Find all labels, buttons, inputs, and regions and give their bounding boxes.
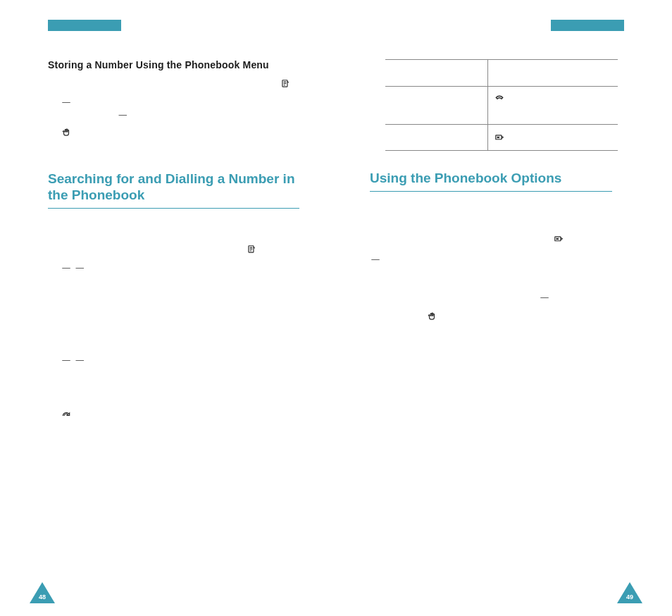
list-item: — — Enter the start of the name that you… (48, 261, 299, 287)
dash-icon: — (61, 354, 72, 366)
heading-store-menu: Storing a Number Using the Phonebook Men… (48, 59, 299, 70)
paragraph: [edit-icon] … (370, 233, 624, 246)
table-row: Edit the number Options soft key; refer … (385, 86, 618, 124)
left-content: Storing a Number Using the Phonebook Men… (48, 59, 299, 435)
hand-icon (426, 310, 437, 323)
paragraph: — To... — Press the... — ▲ or ▼ key one … (370, 253, 624, 303)
dial-icon (61, 409, 72, 422)
page-number: 48 (30, 593, 55, 600)
dash-icon: — (74, 261, 85, 274)
list-item: — — To... Press the... View the highligh… (48, 354, 299, 404)
page-number: 49 (617, 593, 642, 600)
table-cell: Edit the number (385, 86, 487, 124)
list-item: The phonebook entries are listed, starti… (48, 323, 299, 348)
table-cell: Options soft key; refer to the opposite … (487, 86, 618, 124)
list-item: [dial] Once you have found the required … (48, 409, 299, 435)
action-table: Dial the number key Edit the number Opti… (385, 59, 618, 151)
dash-icon: — (61, 261, 72, 274)
heading-options: Using the Phonebook Options (370, 171, 624, 187)
page-header-bar-left (48, 20, 121, 31)
edit-icon (553, 233, 564, 246)
list-item: [hand] Then follow the storing procedure… (48, 126, 299, 152)
table-cell: key (487, 124, 618, 151)
notes-icon (246, 243, 257, 256)
page-left: Storing a Number Using the Phonebook Men… (0, 0, 336, 616)
paragraph (426, 310, 624, 323)
page-header-bar-right (551, 20, 624, 31)
store-menu-steps: When the idle screen is displayed, press… (48, 78, 299, 152)
search-steps: When the idle screen is displayed, press… (48, 218, 299, 435)
notes-icon (280, 78, 291, 90)
table-row: Exit the phonebook key (385, 124, 618, 151)
right-content: Dial the number key Edit the number Opti… (370, 59, 624, 323)
dash-icon: — (370, 253, 381, 266)
page-right: Dial the number key Edit the number Opti… (336, 0, 672, 616)
table-cell: key (487, 60, 618, 87)
page-spread: Storing a Number Using the Phonebook Men… (0, 0, 672, 616)
phone-icon (494, 94, 505, 106)
options-body: When viewing any phonebook entry details… (370, 202, 624, 324)
list-item: — Scroll to New Entry by pressing the ▲ … (48, 96, 299, 121)
heading-search: Searching for and Dialling a Number in t… (48, 171, 299, 204)
list-item: Note: You can also scroll through the ph… (48, 292, 299, 318)
section-rule (370, 191, 612, 192)
table-cell: Exit the phonebook (385, 124, 487, 151)
table-cell: Dial the number (385, 60, 487, 87)
table-row: Dial the number key (385, 60, 618, 87)
dash-icon: — (74, 354, 85, 366)
list-item: When the idle screen is displayed, press… (48, 218, 299, 256)
exit-icon (494, 132, 505, 144)
section-rule (48, 208, 299, 209)
hand-icon (61, 126, 72, 139)
dash-icon: — (61, 96, 72, 109)
list-item: When the idle screen is displayed, press… (48, 78, 299, 90)
dash-icon: — (539, 291, 550, 304)
paragraph: When viewing any phonebook entry details… (370, 202, 624, 227)
dash-icon: — (117, 109, 128, 121)
